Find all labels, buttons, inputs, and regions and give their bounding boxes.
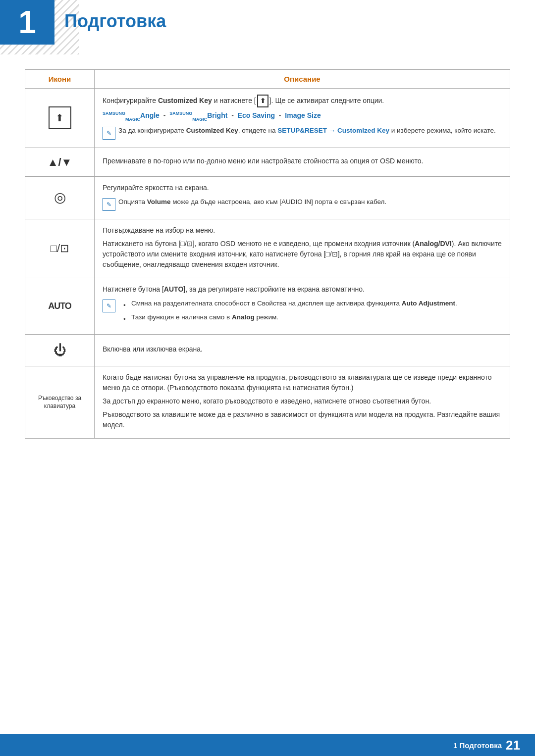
footer-page-number: 21 bbox=[506, 738, 520, 753]
desc-keyboard-main: Когато бъде натиснат бутона за управлени… bbox=[103, 372, 502, 393]
customized-key-bold-1: Customized Key bbox=[158, 97, 212, 104]
icon-cell-arrows: ▲/▼ bbox=[25, 148, 95, 176]
table-row: ▲/▼ Преминавате в по-горно или по-долно … bbox=[25, 148, 510, 176]
table-row: □/⊡ Потвърждаване на избор на меню. Нати… bbox=[25, 219, 510, 278]
desc-keyboard-extra1: За достъп до екранното меню, когато ръко… bbox=[103, 396, 502, 406]
desc-cell-keyboard: Когато бъде натиснат бутона за управлени… bbox=[95, 366, 510, 439]
up-down-arrow-icon: ▲/▼ bbox=[48, 156, 72, 168]
chapter-number: 1 bbox=[18, 6, 36, 38]
auto-bullet-1: • Смяна на разделителната способност в С… bbox=[123, 299, 457, 310]
note-block-brightness: ✎ Опцията Volume може да бъде настроена,… bbox=[103, 197, 502, 211]
table-row: ⬆ Конфигурирайте Customized Key и натисн… bbox=[25, 89, 510, 148]
desc-line-1: Конфигурирайте Customized Key и натиснет… bbox=[103, 95, 502, 107]
chapter-title: Подготовка bbox=[64, 11, 166, 32]
desc-power: Включва или изключва екрана. bbox=[103, 344, 502, 354]
desc-cell-arrows: Преминавате в по-горно или по-долно меню… bbox=[95, 148, 510, 176]
auto-bullet-text-2: Тази функция е налична само в Analog реж… bbox=[131, 312, 278, 324]
keyboard-label-line2: клавиатура bbox=[44, 403, 75, 409]
page-footer: 1 Подготовка 21 bbox=[0, 734, 535, 756]
table-row: ◎ Регулирайте яркостта на екрана. ✎ Опци… bbox=[25, 176, 510, 219]
col-header-desc: Описание bbox=[95, 70, 510, 89]
analog-dvi-bold: Analog/DVI bbox=[415, 240, 452, 248]
bullet-dot-1: • bbox=[123, 301, 127, 310]
icon-cell-monitor: □/⊡ bbox=[25, 219, 95, 278]
icons-table: Икони Описание ⬆ Конфигурирайте Customiz… bbox=[25, 69, 510, 439]
desc-monitor-confirm: Потвърждаване на избор на меню. bbox=[103, 225, 502, 236]
icon-cell-customized-key: ⬆ bbox=[25, 89, 95, 148]
desc-auto-main: Натиснете бутона [AUTO], за да регулират… bbox=[103, 284, 502, 295]
eco-saving-text: Eco Saving bbox=[238, 111, 275, 119]
auto-bullet-text-1: Смяна на разделителната способност в Сво… bbox=[131, 299, 457, 310]
main-content: Икони Описание ⬆ Конфигурирайте Customiz… bbox=[0, 54, 535, 468]
icon-cell-brightness: ◎ bbox=[25, 176, 95, 219]
image-size-text: Image Size bbox=[285, 111, 321, 119]
note-icon-auto: ✎ bbox=[103, 300, 115, 312]
auto-bold: AUTO bbox=[164, 285, 183, 293]
brand-combo-1: SAMSUNGMAGICAngle bbox=[103, 110, 160, 122]
note-text-brightness: Опцията Volume може да бъде настроена, а… bbox=[118, 197, 386, 207]
brand-line: SAMSUNGMAGICAngle - SAMSUNGMAGICBright -… bbox=[103, 110, 502, 122]
note-block-auto: ✎ • Смяна на разделителната способност в… bbox=[103, 299, 502, 327]
brightness-icon: ◎ bbox=[54, 190, 66, 205]
desc-arrows: Преминавате в по-горно или по-долно меню… bbox=[103, 156, 502, 166]
auto-icon: AUTO bbox=[48, 301, 71, 311]
volume-bold: Volume bbox=[147, 198, 171, 205]
page-header: 1 Подготовка bbox=[0, 0, 535, 54]
note-block-1: ✎ За да конфигурирате Customized Key, от… bbox=[103, 126, 502, 140]
auto-adjustment-bold: Auto Adjustment bbox=[402, 300, 455, 307]
setup-path: SETUP&RESET → Customized Key bbox=[277, 127, 389, 134]
note-icon-1: ✎ bbox=[103, 127, 115, 140]
desc-cell-power: Включва или изключва екрана. bbox=[95, 335, 510, 366]
power-icon: ⏻ bbox=[54, 343, 66, 357]
note-text-auto: • Смяна на разделителната способност в С… bbox=[118, 299, 457, 327]
keyboard-label-line1: Ръководство за bbox=[38, 395, 81, 402]
desc-brightness-main: Регулирайте яркостта на екрана. bbox=[103, 183, 502, 193]
desc-monitor-detail: Натискането на бутона [□/⊡], когато OSD … bbox=[103, 239, 502, 270]
footer-label: 1 Подготовка bbox=[453, 741, 502, 750]
desc-cell-brightness: Регулирайте яркостта на екрана. ✎ Опцият… bbox=[95, 176, 510, 219]
keyboard-guide-label: Ръководство за клавиатура bbox=[33, 395, 86, 410]
table-row: AUTO Натиснете бутона [AUTO], за да регу… bbox=[25, 278, 510, 335]
icon-cell-power: ⏻ bbox=[25, 335, 95, 366]
auto-bullet-2: • Тази функция е налична само в Analog р… bbox=[123, 312, 457, 324]
note-icon-brightness: ✎ bbox=[103, 198, 115, 211]
desc-cell-auto: Натиснете бутона [AUTO], за да регулират… bbox=[95, 278, 510, 335]
chapter-number-box: 1 bbox=[0, 0, 54, 45]
analog-bold: Analog bbox=[232, 313, 255, 321]
note-text-1: За да конфигурирате Customized Key, отид… bbox=[118, 126, 496, 136]
monitor-icon: □/⊡ bbox=[51, 242, 69, 254]
desc-keyboard-extra2: Ръководството за клавишите може да е раз… bbox=[103, 409, 502, 430]
desc-cell-monitor: Потвърждаване на избор на меню. Натискан… bbox=[95, 219, 510, 278]
customized-key-icon: ⬆ bbox=[49, 106, 71, 129]
auto-bullet-list: • Смяна на разделителната способност в С… bbox=[123, 299, 457, 325]
bullet-dot-2: • bbox=[123, 314, 127, 324]
col-header-icons: Икони bbox=[25, 70, 95, 89]
customized-key-bold-2: Customized Key bbox=[186, 127, 238, 134]
table-row: Ръководство за клавиатура Когато бъде на… bbox=[25, 366, 510, 439]
table-row: ⏻ Включва или изключва екрана. bbox=[25, 335, 510, 366]
icon-cell-auto: AUTO bbox=[25, 278, 95, 335]
key-icon: ⬆ bbox=[257, 95, 268, 107]
desc-cell-customized-key: Конфигурирайте Customized Key и натиснет… bbox=[95, 89, 510, 148]
icon-cell-keyboard: Ръководство за клавиатура bbox=[25, 366, 95, 439]
brand-combo-2: SAMSUNGMAGICBright bbox=[169, 110, 227, 122]
